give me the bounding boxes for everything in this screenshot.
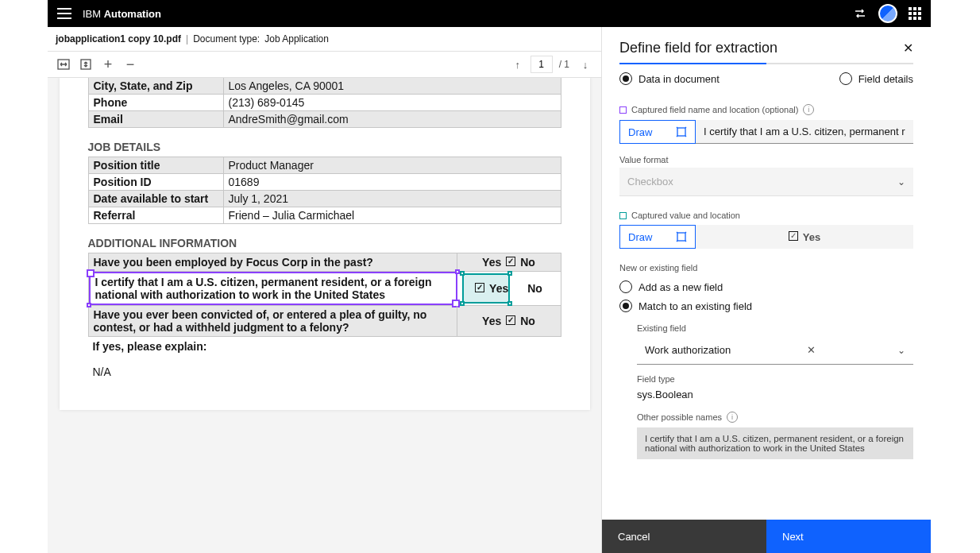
filename: jobapplication1 copy 10.pdf — [56, 33, 181, 44]
section-title: ADDITIONAL INFORMATION — [88, 224, 561, 253]
square-purple-icon — [619, 106, 627, 114]
table-row: Have you been employed by Focus Corp in … — [88, 253, 561, 272]
value-format-label: Value format — [619, 155, 913, 164]
svg-rect-2 — [677, 128, 685, 136]
table-row: City, State, and Zip Los Angeles, CA 900… — [88, 78, 561, 95]
tab-data-in-document[interactable]: Data in document — [619, 72, 720, 85]
draw-name-button[interactable]: Draw — [619, 120, 696, 144]
existing-field-select[interactable]: Work authorization ✕ ⌄ — [637, 336, 913, 365]
table-row: Phone (213) 689-0145 — [88, 95, 561, 111]
table-row: Position title Product Manager — [88, 157, 561, 174]
table-row: I certify that I am a U.S. citizen, perm… — [88, 272, 561, 306]
next-button[interactable]: Next — [766, 520, 931, 553]
existing-field-label: Existing field — [637, 323, 913, 333]
panel-footer: Cancel Next — [602, 520, 931, 553]
chevron-down-icon[interactable]: ⌄ — [897, 345, 905, 356]
captured-field-name-highlight[interactable]: I certify that I am a U.S. citizen, perm… — [89, 272, 457, 305]
tab-field-details[interactable]: Field details — [839, 72, 913, 85]
page-total: / 1 — [556, 59, 573, 70]
clear-icon[interactable]: ✕ — [807, 344, 816, 356]
app-switcher-icon[interactable] — [909, 7, 921, 20]
brand-prefix: IBM — [83, 8, 104, 20]
fit-page-icon[interactable] — [76, 55, 95, 74]
document-page: City, State, and Zip Los Angeles, CA 900… — [60, 78, 590, 410]
explain-value: N/A — [88, 356, 561, 378]
radio-match-existing[interactable]: Match to an existing field — [619, 296, 913, 315]
zoom-in-button[interactable]: + — [98, 55, 118, 74]
other-names-value: I certify that I am a U.S. citizen, perm… — [637, 427, 913, 459]
radio-add-new[interactable]: Add as a new field — [619, 277, 913, 296]
value-format-select: Checkbox ⌄ — [619, 168, 913, 196]
table-row: Email AndreSmith@gmail.com — [88, 111, 561, 128]
zoom-out-button[interactable]: − — [121, 55, 140, 74]
top-bar: IBM Automation — [48, 0, 931, 27]
table-row: Referral Friend – Julia Carmichael — [88, 207, 561, 224]
side-panel: Define field for extraction ✕ Data in do… — [602, 27, 931, 553]
close-icon[interactable]: ✕ — [903, 41, 913, 56]
new-or-existing-label: New or existing field — [619, 263, 913, 273]
doc-header: jobapplication1 copy 10.pdf | Document t… — [48, 27, 601, 51]
table-row: Date available to start July 1, 2021 — [88, 191, 561, 207]
table-row: Have you ever been convicted of, or ente… — [88, 306, 561, 337]
page-current-input[interactable] — [531, 56, 553, 73]
doctype: Job Application — [264, 33, 329, 44]
cancel-button[interactable]: Cancel — [602, 520, 766, 553]
next-page-button[interactable]: ↓ — [576, 55, 595, 74]
doctype-label: Document type: — [193, 33, 260, 44]
captured-name-input[interactable] — [696, 120, 913, 144]
switcher-icon[interactable] — [853, 6, 867, 21]
field-type-label: Field type — [637, 374, 913, 384]
captured-name-label: Captured field name and location (option… — [619, 104, 913, 115]
checkbox-icon — [475, 283, 484, 292]
document-pane: jobapplication1 copy 10.pdf | Document t… — [48, 27, 602, 553]
field-type-value: sys.Boolean — [637, 384, 913, 404]
checkbox-icon — [789, 231, 798, 241]
info-icon[interactable]: i — [727, 412, 738, 423]
info-icon[interactable]: i — [803, 104, 814, 115]
captured-value-label: Captured value and location — [619, 211, 913, 220]
table-row: Position ID 01689 — [88, 174, 561, 191]
brand-name: Automation — [104, 8, 161, 20]
menu-icon[interactable] — [57, 8, 71, 19]
captured-value-display: Yes — [696, 225, 913, 249]
avatar[interactable] — [878, 4, 897, 23]
doc-scroll[interactable]: City, State, and Zip Los Angeles, CA 900… — [48, 78, 601, 553]
brand: IBM Automation — [83, 8, 161, 20]
explain-label: If yes, please explain: — [88, 337, 561, 356]
draw-value-button[interactable]: Draw — [619, 225, 696, 249]
section-title: JOB DETAILS — [88, 128, 561, 157]
square-teal-icon — [619, 212, 627, 219]
doc-toolbar: + − ↑ / 1 ↓ — [48, 51, 601, 78]
svg-rect-3 — [677, 233, 685, 241]
panel-title: Define field for extraction — [619, 40, 903, 56]
chevron-down-icon: ⌄ — [897, 176, 905, 188]
other-names-label: Other possible names i — [637, 412, 913, 423]
checkbox-icon — [506, 257, 515, 266]
fit-width-icon[interactable] — [54, 55, 73, 74]
checkbox-icon — [506, 315, 515, 325]
prev-page-button[interactable]: ↑ — [508, 55, 527, 74]
